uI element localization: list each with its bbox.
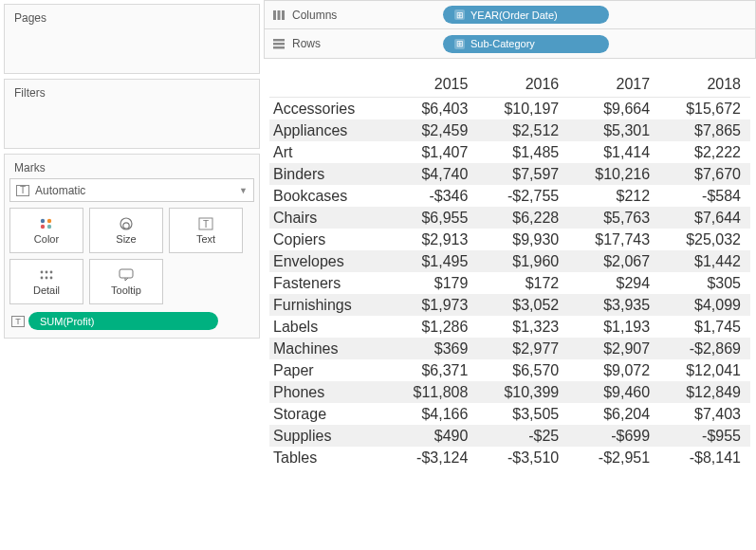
cell-value[interactable]: $12,041 <box>659 359 750 381</box>
cell-value[interactable]: $1,960 <box>477 250 568 272</box>
cell-value[interactable]: $179 <box>386 272 477 294</box>
cell-value[interactable]: $2,067 <box>568 250 659 272</box>
cell-value[interactable]: $4,740 <box>386 163 477 185</box>
detail-card[interactable]: Detail <box>9 259 83 304</box>
column-header[interactable]: 2015 <box>386 72 477 98</box>
row-header[interactable]: Art <box>269 141 386 163</box>
cell-value[interactable]: $7,865 <box>659 119 750 141</box>
year-order-date-pill[interactable]: ⊞ YEAR(Order Date) <box>443 6 609 24</box>
cell-value[interactable]: $4,099 <box>659 294 750 316</box>
cell-value[interactable]: -$3,124 <box>386 447 477 468</box>
cell-value[interactable]: $2,459 <box>386 119 477 141</box>
cell-value[interactable]: $1,193 <box>568 316 659 338</box>
cell-value[interactable]: $2,913 <box>386 229 477 250</box>
cell-value[interactable]: $7,597 <box>477 163 568 185</box>
cell-value[interactable]: -$2,869 <box>659 338 750 359</box>
cell-value[interactable]: $9,460 <box>568 381 659 403</box>
sub-category-pill[interactable]: ⊞ Sub-Category <box>443 35 609 53</box>
cell-value[interactable]: -$955 <box>659 425 750 447</box>
cell-value[interactable]: $11,808 <box>386 381 477 403</box>
cell-value[interactable]: $2,222 <box>659 141 750 163</box>
row-header[interactable]: Phones <box>269 381 386 403</box>
row-header[interactable]: Storage <box>269 403 386 425</box>
cell-value[interactable]: $6,403 <box>386 98 477 120</box>
column-header[interactable]: 2017 <box>568 72 659 98</box>
rows-shelf[interactable]: Rows ⊞ Sub-Category <box>264 29 756 59</box>
cell-value[interactable]: $7,644 <box>659 207 750 229</box>
cell-value[interactable]: -$2,755 <box>477 185 568 207</box>
row-header[interactable]: Chairs <box>269 207 386 229</box>
cell-value[interactable]: $17,743 <box>568 229 659 250</box>
cell-value[interactable]: $1,414 <box>568 141 659 163</box>
column-header[interactable]: 2018 <box>659 72 750 98</box>
cell-value[interactable]: $1,323 <box>477 316 568 338</box>
cell-value[interactable]: $9,664 <box>568 98 659 120</box>
cell-value[interactable]: $9,072 <box>568 359 659 381</box>
cell-value[interactable]: $9,930 <box>477 229 568 250</box>
cell-value[interactable]: $1,442 <box>659 250 750 272</box>
text-card[interactable]: T Text <box>169 208 243 253</box>
cell-value[interactable]: $6,955 <box>386 207 477 229</box>
cell-value[interactable]: $7,403 <box>659 403 750 425</box>
row-header[interactable]: Accessories <box>269 98 386 120</box>
tooltip-card[interactable]: Tooltip <box>89 259 163 304</box>
row-header[interactable]: Envelopes <box>269 250 386 272</box>
cell-value[interactable]: $10,399 <box>477 381 568 403</box>
cell-value[interactable]: $1,485 <box>477 141 568 163</box>
cell-value[interactable]: $4,166 <box>386 403 477 425</box>
row-header[interactable]: Binders <box>269 163 386 185</box>
row-header[interactable]: Appliances <box>269 119 386 141</box>
cell-value[interactable]: $1,745 <box>659 316 750 338</box>
cell-value[interactable]: $1,286 <box>386 316 477 338</box>
cell-value[interactable]: $15,672 <box>659 98 750 120</box>
row-header[interactable]: Fasteners <box>269 272 386 294</box>
cell-value[interactable]: $212 <box>568 185 659 207</box>
cell-value[interactable]: $5,763 <box>568 207 659 229</box>
cell-value[interactable]: $172 <box>477 272 568 294</box>
cell-value[interactable]: -$2,951 <box>568 447 659 468</box>
cell-value[interactable]: $2,512 <box>477 119 568 141</box>
row-header[interactable]: Labels <box>269 316 386 338</box>
cell-value[interactable]: $3,505 <box>477 403 568 425</box>
cell-value[interactable]: -$584 <box>659 185 750 207</box>
cell-value[interactable]: $25,032 <box>659 229 750 250</box>
cell-value[interactable]: $490 <box>386 425 477 447</box>
cell-value[interactable]: $1,407 <box>386 141 477 163</box>
cell-value[interactable]: $7,670 <box>659 163 750 185</box>
cell-value[interactable]: $369 <box>386 338 477 359</box>
cell-value[interactable]: $1,973 <box>386 294 477 316</box>
mark-type-dropdown[interactable]: T Automatic ▼ <box>9 178 254 202</box>
row-header[interactable]: Supplies <box>269 425 386 447</box>
cell-value[interactable]: -$8,141 <box>659 447 750 468</box>
row-header[interactable]: Bookcases <box>269 185 386 207</box>
cell-value[interactable]: $6,570 <box>477 359 568 381</box>
color-card[interactable]: Color <box>9 208 83 253</box>
row-header[interactable]: Paper <box>269 359 386 381</box>
cell-value[interactable]: -$699 <box>568 425 659 447</box>
cell-value[interactable]: $294 <box>568 272 659 294</box>
cell-value[interactable]: -$3,510 <box>477 447 568 468</box>
cell-value[interactable]: $2,977 <box>477 338 568 359</box>
cell-value[interactable]: $6,204 <box>568 403 659 425</box>
cell-value[interactable]: $10,197 <box>477 98 568 120</box>
row-header[interactable]: Furnishings <box>269 294 386 316</box>
cell-value[interactable]: $3,052 <box>477 294 568 316</box>
cell-value[interactable]: $12,849 <box>659 381 750 403</box>
cell-value[interactable]: -$25 <box>477 425 568 447</box>
cell-value[interactable]: $1,495 <box>386 250 477 272</box>
cell-value[interactable]: $6,371 <box>386 359 477 381</box>
column-header[interactable]: 2016 <box>477 72 568 98</box>
cell-value[interactable]: $305 <box>659 272 750 294</box>
cell-value[interactable]: $2,907 <box>568 338 659 359</box>
size-card[interactable]: Size <box>89 208 163 253</box>
row-header[interactable]: Copiers <box>269 229 386 250</box>
columns-shelf[interactable]: Columns ⊞ YEAR(Order Date) <box>264 0 756 29</box>
cell-value[interactable]: $6,228 <box>477 207 568 229</box>
cell-value[interactable]: $10,216 <box>568 163 659 185</box>
sum-profit-pill[interactable]: SUM(Profit) <box>28 312 218 330</box>
cell-value[interactable]: $3,935 <box>568 294 659 316</box>
cell-value[interactable]: -$346 <box>386 185 477 207</box>
row-header[interactable]: Tables <box>269 447 386 468</box>
cell-value[interactable]: $5,301 <box>568 119 659 141</box>
row-header[interactable]: Machines <box>269 338 386 359</box>
